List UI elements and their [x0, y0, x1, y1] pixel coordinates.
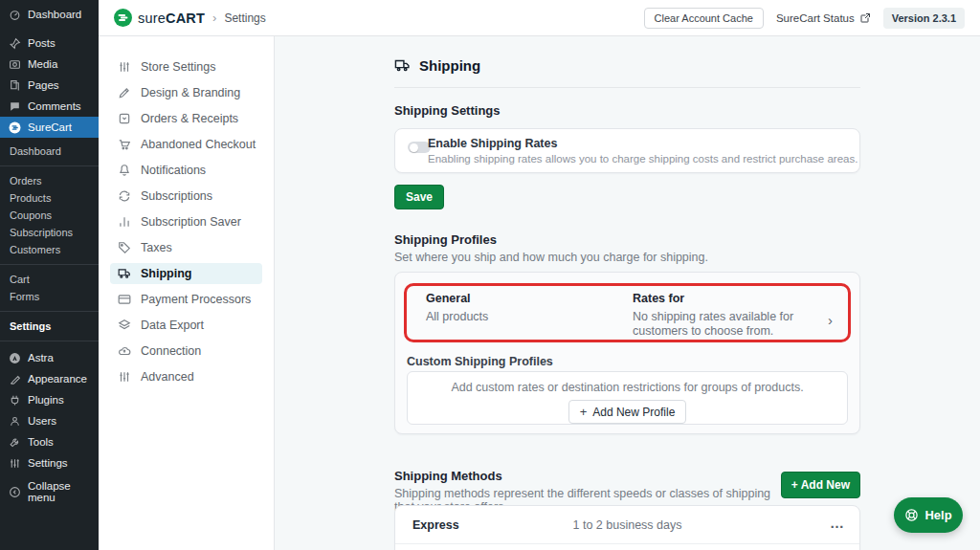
- wp-submenu-settings-current[interactable]: Settings: [0, 318, 99, 335]
- wp-menu-surecart[interactable]: SureCart: [0, 117, 99, 138]
- version-badge: Version 2.3.1: [883, 8, 965, 29]
- nav-item-shipping[interactable]: Shipping: [110, 263, 262, 284]
- breadcrumb: Settings: [224, 11, 265, 25]
- save-button[interactable]: Save: [394, 185, 444, 209]
- surecart-status-link[interactable]: SureCart Status: [776, 12, 871, 24]
- brand-wordmark: sureCART: [138, 11, 205, 26]
- topbar-actions: Clear Account Cache SureCart Status Vers…: [644, 8, 965, 29]
- shipping-settings-card: Enable Shipping Rates Enabling shipping …: [394, 128, 860, 173]
- wp-submenu-customers[interactable]: Customers: [0, 241, 99, 258]
- plus-icon: +: [580, 405, 588, 419]
- layers-icon: [118, 319, 131, 332]
- wp-submenu-forms[interactable]: Forms: [0, 288, 99, 305]
- wp-menu-pages[interactable]: Pages: [0, 75, 99, 96]
- clear-account-cache-button[interactable]: Clear Account Cache: [644, 8, 764, 29]
- nav-item-store-settings[interactable]: Store Settings: [110, 56, 262, 77]
- shipping-methods-heading: Shipping Methods: [394, 469, 502, 483]
- surecart-logo-icon: [9, 121, 21, 134]
- truck-icon: [394, 57, 411, 74]
- sliders-icon: [9, 457, 21, 470]
- rates-for-label: Rates for: [633, 292, 684, 305]
- truck-icon: [118, 267, 131, 280]
- rates-for-value: No shipping rates available for customer…: [633, 310, 803, 339]
- wp-menu-dashboard[interactable]: Dashboard: [0, 4, 99, 25]
- pushpin-icon: [9, 37, 21, 50]
- wp-submenu-coupons[interactable]: Coupons: [0, 207, 99, 224]
- nav-item-advanced[interactable]: Advanced: [110, 366, 262, 387]
- lifebuoy-icon: [904, 508, 919, 522]
- profile-row-chevron-icon[interactable]: ›: [828, 312, 833, 328]
- wp-menu-plugins[interactable]: Plugins: [0, 389, 99, 410]
- nav-item-orders-receipts[interactable]: Orders & Receipts: [110, 108, 262, 129]
- custom-profiles-empty-box: Add custom rates or destination restrict…: [407, 371, 848, 425]
- gauge-icon: [9, 9, 21, 21]
- nav-item-subscription-saver[interactable]: Subscription Saver: [110, 211, 262, 232]
- page-title: Shipping: [419, 57, 480, 74]
- tag-icon: [118, 241, 131, 254]
- general-profile-label: General: [426, 292, 471, 305]
- wp-admin-sidebar: Dashboard Posts Media Pages Comments Sur…: [0, 0, 99, 550]
- wp-submenu-subscriptions[interactable]: Subscriptions: [0, 224, 99, 241]
- receipt-icon: [118, 112, 131, 125]
- toggle-description: Enabling shipping rates allows you to ch…: [428, 153, 858, 165]
- row-menu-icon[interactable]: …: [830, 515, 844, 531]
- sliders-icon: [118, 370, 131, 384]
- external-link-icon: [859, 12, 871, 24]
- custom-profiles-heading: Custom Shipping Profiles: [407, 355, 553, 368]
- nav-item-payment-processors[interactable]: Payment Processors: [110, 289, 262, 310]
- nav-item-taxes[interactable]: Taxes: [110, 237, 262, 258]
- wp-menu-collapse[interactable]: Collapse menu: [0, 481, 99, 502]
- bar-chart-icon: [118, 215, 131, 229]
- credit-card-icon: [118, 293, 131, 306]
- surecart-logo-icon: [114, 9, 132, 27]
- surecart-topbar: sureCART › Settings Clear Account Cache …: [99, 0, 980, 36]
- general-profile-value: All products: [426, 310, 488, 324]
- comments-icon: [9, 100, 21, 113]
- nav-item-notifications[interactable]: Notifications: [110, 160, 262, 181]
- nav-item-data-export[interactable]: Data Export: [110, 315, 262, 336]
- sidebar-divider: [0, 165, 99, 166]
- wp-menu-comments[interactable]: Comments: [0, 96, 99, 117]
- wp-submenu-products[interactable]: Products: [0, 189, 99, 207]
- nav-item-connection[interactable]: Connection: [110, 341, 262, 362]
- wrench-icon: [9, 436, 21, 449]
- wp-submenu-surecart-dashboard[interactable]: Dashboard: [0, 143, 99, 160]
- wp-menu-media[interactable]: Media: [0, 54, 99, 75]
- sidebar-divider: [0, 311, 99, 312]
- cart-icon: [118, 138, 131, 151]
- add-new-method-button[interactable]: + Add New: [781, 472, 860, 498]
- media-icon: [9, 58, 21, 71]
- wp-menu-appearance[interactable]: Appearance: [0, 368, 99, 389]
- wp-submenu-orders[interactable]: Orders: [0, 172, 99, 189]
- pages-icon: [9, 79, 21, 92]
- settings-nav-sidebar: Store Settings Design & Branding Orders …: [99, 36, 275, 550]
- shipping-profiles-subheading: Set where you ship and how much you char…: [394, 251, 708, 264]
- wp-menu-users[interactable]: Users: [0, 410, 99, 431]
- plug-icon: [9, 394, 21, 407]
- shipping-settings-heading: Shipping Settings: [394, 103, 501, 118]
- wp-submenu-cart[interactable]: Cart: [0, 271, 99, 288]
- sidebar-divider: [0, 341, 99, 341]
- nav-item-design-branding[interactable]: Design & Branding: [110, 82, 262, 103]
- wp-menu-posts[interactable]: Posts: [0, 33, 99, 54]
- toggle-label: Enable Shipping Rates: [428, 137, 557, 150]
- breadcrumb-chevron: ›: [212, 11, 216, 25]
- shipping-profiles-card: General All products Rates for No shippi…: [394, 272, 860, 434]
- wp-menu-astra[interactable]: Astra: [0, 347, 99, 368]
- nav-item-subscriptions[interactable]: Subscriptions: [110, 186, 262, 207]
- wp-menu-tools[interactable]: Tools: [0, 431, 99, 452]
- help-button[interactable]: Help: [894, 497, 963, 533]
- shipping-method-row[interactable]: Express 1 to 2 business days …: [395, 506, 859, 544]
- cloud-icon: [118, 344, 131, 358]
- wp-menu-settings[interactable]: Settings: [0, 452, 99, 473]
- pen-icon: [118, 86, 131, 99]
- header-divider: [394, 87, 860, 88]
- custom-profiles-hint: Add custom rates or destination restrict…: [408, 381, 847, 394]
- user-icon: [9, 415, 21, 428]
- nav-item-abandoned-checkout[interactable]: Abandoned Checkout: [110, 134, 262, 155]
- brush-icon: [9, 373, 21, 385]
- astra-icon: [9, 352, 21, 364]
- add-new-profile-button[interactable]: + Add New Profile: [568, 400, 687, 424]
- refresh-icon: [118, 189, 131, 203]
- bell-icon: [118, 164, 131, 177]
